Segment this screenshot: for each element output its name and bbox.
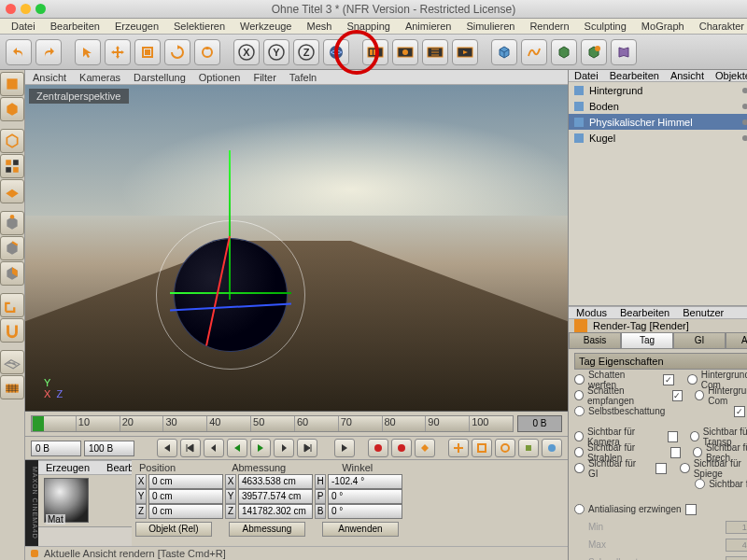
property-radio[interactable] xyxy=(680,463,690,473)
tab-basis[interactable]: Basis xyxy=(569,332,621,349)
nurbs-button[interactable] xyxy=(551,39,577,65)
tab-tag[interactable]: Tag xyxy=(621,332,673,349)
snap-button[interactable] xyxy=(0,318,24,343)
tab-gi[interactable]: GI xyxy=(673,332,726,349)
play-forward-button[interactable] xyxy=(250,439,271,457)
objmgr-menu-ansicht[interactable]: Ansicht xyxy=(670,70,704,81)
goto-prev-key-button[interactable] xyxy=(180,439,201,457)
workplane-button[interactable] xyxy=(0,350,24,374)
menu-snapping[interactable]: Snapping xyxy=(339,20,398,33)
pla-key-button[interactable] xyxy=(542,439,562,457)
y-axis-handle[interactable] xyxy=(229,150,231,300)
menu-animieren[interactable]: Animieren xyxy=(398,20,459,33)
antialias-radio[interactable] xyxy=(574,504,585,514)
deformer-button[interactable] xyxy=(611,39,637,65)
aa-max-field[interactable]: 4x4 xyxy=(726,539,747,552)
menu-simulieren[interactable]: Simulieren xyxy=(458,20,522,33)
next-frame-button[interactable] xyxy=(274,439,294,457)
point-mode-button[interactable] xyxy=(0,211,24,235)
menu-bearbeiten[interactable]: Bearbeiten xyxy=(43,20,107,33)
property-checkbox[interactable]: ✓ xyxy=(663,374,674,385)
render-region-button[interactable] xyxy=(452,39,478,65)
viewmenu-ansicht[interactable]: Ansicht xyxy=(33,72,66,83)
antialias-checkbox[interactable] xyxy=(685,504,697,515)
prev-frame-button[interactable] xyxy=(204,439,224,457)
start-frame-field[interactable]: 0 B xyxy=(31,441,81,456)
polygon-mode-button[interactable] xyxy=(0,261,24,286)
edge-mode-button[interactable] xyxy=(0,236,24,260)
property-checkbox[interactable] xyxy=(668,431,678,442)
attrmenu-bearbeiten[interactable]: Bearbeiten xyxy=(620,307,669,318)
size-field[interactable]: 4633.538 cm xyxy=(238,474,313,489)
viewmenu-optionen[interactable]: Optionen xyxy=(199,72,241,83)
aa-threshold-field[interactable]: 10 % xyxy=(726,556,747,561)
material-manager[interactable]: Mat xyxy=(38,475,132,527)
last-tool[interactable] xyxy=(194,39,220,65)
locked-workplane-button[interactable] xyxy=(0,375,24,399)
size-field[interactable]: 141782.302 cm xyxy=(238,504,313,519)
property-radio[interactable] xyxy=(687,374,698,385)
redo-button[interactable] xyxy=(35,39,62,65)
viewmenu-tafeln[interactable]: Tafeln xyxy=(289,72,317,83)
close-window-button[interactable] xyxy=(6,4,16,14)
menu-rendern[interactable]: Rendern xyxy=(522,20,576,33)
timeline-ruler[interactable]: 0102030405060708090100 xyxy=(31,415,514,432)
property-radio[interactable] xyxy=(695,479,705,489)
position-key-button[interactable] xyxy=(448,439,469,457)
rotation-field[interactable]: -102.4 ° xyxy=(328,474,402,489)
primitive-cube-button[interactable] xyxy=(491,39,517,65)
y-axis-lock[interactable]: Y xyxy=(263,39,289,65)
menu-charakter[interactable]: Charakter xyxy=(692,20,747,33)
goto-start-button[interactable] xyxy=(157,439,177,457)
material-name[interactable]: Mat xyxy=(46,514,65,525)
end-frame-field[interactable]: 100 B xyxy=(84,441,134,456)
play-backward-button[interactable] xyxy=(227,439,247,457)
objmgr-menu-bearbeiten[interactable]: Bearbeiten xyxy=(610,70,659,81)
menu-datei[interactable]: Datei xyxy=(4,20,43,33)
coord-space-dropdown[interactable]: Objekt (Rel) xyxy=(135,522,212,537)
menu-mesh[interactable]: Mesh xyxy=(299,20,339,33)
object-row[interactable]: Boden xyxy=(569,98,747,114)
playhead[interactable] xyxy=(33,416,44,431)
object-row[interactable]: Hintergrund xyxy=(569,82,747,98)
property-checkbox[interactable] xyxy=(655,463,667,474)
property-radio[interactable] xyxy=(695,390,704,400)
property-radio[interactable] xyxy=(690,431,699,441)
viewmenu-kameras[interactable]: Kameras xyxy=(79,72,120,83)
goto-end-button[interactable] xyxy=(334,439,355,457)
apply-button[interactable]: Anwenden xyxy=(322,522,399,537)
keyframe-selection-button[interactable] xyxy=(415,439,435,457)
tab-auss[interactable]: Auss xyxy=(726,332,747,349)
record-key-button[interactable] xyxy=(368,439,388,457)
scale-tool[interactable] xyxy=(134,39,161,65)
goto-next-key-button[interactable] xyxy=(297,439,317,457)
object-manager[interactable]: HintergrundBodenPhysikalischer HimmelKug… xyxy=(569,82,747,306)
axis-mode-button[interactable] xyxy=(0,293,24,317)
position-field[interactable]: 0 cm xyxy=(148,489,223,504)
render-settings-button[interactable] xyxy=(422,39,448,65)
select-tool[interactable] xyxy=(75,39,101,65)
position-field[interactable]: 0 cm xyxy=(148,504,223,519)
property-checkbox[interactable]: ✓ xyxy=(672,390,683,401)
scale-key-button[interactable] xyxy=(472,439,492,457)
object-row[interactable]: Kugel xyxy=(569,130,747,146)
property-radio[interactable] xyxy=(574,463,585,473)
rotate-tool[interactable] xyxy=(164,39,190,65)
rotation-field[interactable]: 0 ° xyxy=(328,504,402,519)
coord-system-button[interactable] xyxy=(323,39,349,65)
objmgr-menu-objekte[interactable]: Objekte xyxy=(715,70,747,81)
menu-sculpting[interactable]: Sculpting xyxy=(577,20,634,33)
property-radio[interactable] xyxy=(574,374,585,385)
render-view-button[interactable] xyxy=(362,39,388,65)
viewmenu-filter[interactable]: Filter xyxy=(253,72,275,83)
undo-button[interactable] xyxy=(6,39,32,65)
parameter-key-button[interactable] xyxy=(518,439,539,457)
attrmenu-benutzer[interactable]: Benutzer xyxy=(683,307,724,318)
move-tool[interactable] xyxy=(105,39,131,65)
size-field[interactable]: 39577.574 cm xyxy=(238,489,313,504)
objmgr-menu-datei[interactable]: Datei xyxy=(574,70,599,81)
workplane-mode-button[interactable] xyxy=(0,179,24,203)
make-editable-button[interactable] xyxy=(0,72,24,96)
model-mode-button[interactable] xyxy=(0,97,24,121)
menu-selektieren[interactable]: Selektieren xyxy=(166,20,233,33)
